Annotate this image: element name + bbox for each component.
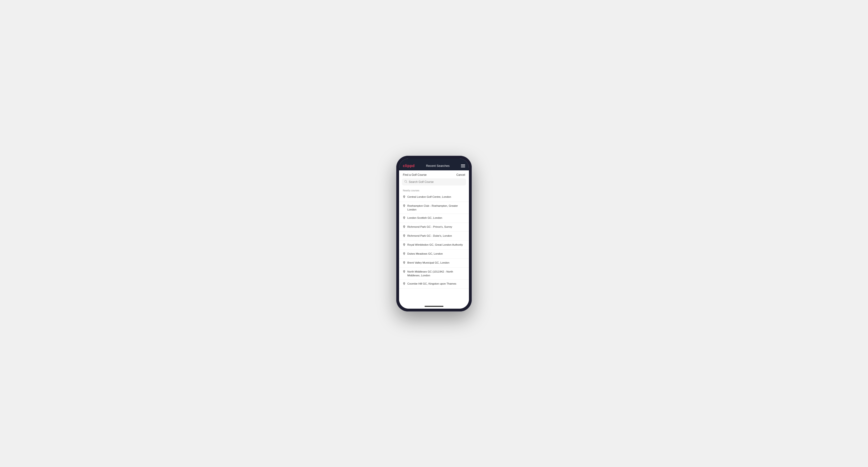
phone-frame: clippd Recent Searches Find a Golf Cours…: [396, 156, 472, 311]
course-name: Brent Valley Municipal GC, London: [407, 261, 450, 264]
phone-screen: clippd Recent Searches Find a Golf Cours…: [399, 159, 469, 309]
course-name: North Middlesex GC (1011942 - North Midd…: [407, 270, 465, 277]
location-pin-icon: [403, 216, 405, 220]
course-name: Richmond Park GC - Prince's, Surrey: [407, 225, 452, 229]
course-list-item[interactable]: London Scottish GC, London: [399, 214, 469, 223]
course-list-item[interactable]: Brent Valley Municipal GC, London: [399, 259, 469, 268]
status-bar: [399, 159, 469, 162]
course-list-item[interactable]: Royal Wimbledon GC, Great London Authori…: [399, 241, 469, 250]
location-pin-icon: [403, 243, 405, 247]
course-name: Coombe Hill GC, Kingston upon Thames: [407, 282, 457, 285]
course-name: Royal Wimbledon GC, Great London Authori…: [407, 243, 463, 247]
find-golf-course-label: Find a Golf Course: [403, 173, 427, 177]
course-list-item[interactable]: Coombe Hill GC, Kingston upon Thames: [399, 280, 469, 289]
course-list: Central London Golf Centre, London Roeha…: [399, 193, 469, 304]
app-logo: clippd: [403, 164, 415, 168]
search-bar[interactable]: [402, 178, 466, 185]
search-icon: [404, 180, 407, 184]
nav-title: Recent Searches: [426, 164, 450, 167]
location-pin-icon: [403, 270, 405, 274]
course-list-item[interactable]: Richmond Park GC - Prince's, Surrey: [399, 223, 469, 232]
course-list-item[interactable]: Roehampton Club - Roehampton, Greater Lo…: [399, 202, 469, 214]
cancel-button[interactable]: Cancel: [457, 173, 465, 177]
svg-line-1: [406, 182, 407, 183]
main-content: Find a Golf Course Cancel Nearby courses: [399, 170, 469, 304]
search-input[interactable]: [409, 180, 464, 184]
location-pin-icon: [403, 225, 405, 229]
home-indicator: [399, 304, 469, 309]
find-header: Find a Golf Course Cancel: [399, 170, 469, 178]
location-pin-icon: [403, 282, 405, 286]
location-pin-icon: [403, 204, 405, 208]
location-pin-icon: [403, 234, 405, 238]
course-name: Central London Golf Centre, London: [407, 195, 451, 199]
course-list-item[interactable]: Dukes Meadows GC, London: [399, 250, 469, 259]
course-name: Dukes Meadows GC, London: [407, 252, 443, 255]
location-pin-icon: [403, 261, 405, 265]
course-name: London Scottish GC, London: [407, 216, 442, 220]
course-list-item[interactable]: Central London Golf Centre, London: [399, 193, 469, 202]
nearby-courses-label: Nearby courses: [399, 188, 469, 193]
course-name: Roehampton Club - Roehampton, Greater Lo…: [407, 204, 465, 212]
home-bar: [425, 306, 443, 307]
nav-bar: clippd Recent Searches: [399, 162, 469, 170]
menu-icon[interactable]: [461, 164, 465, 167]
location-pin-icon: [403, 252, 405, 256]
course-list-item[interactable]: Richmond Park GC - Duke's, London: [399, 232, 469, 241]
search-bar-container: [399, 178, 469, 188]
location-pin-icon: [403, 195, 405, 199]
course-list-item[interactable]: North Middlesex GC (1011942 - North Midd…: [399, 268, 469, 280]
course-name: Richmond Park GC - Duke's, London: [407, 234, 452, 238]
